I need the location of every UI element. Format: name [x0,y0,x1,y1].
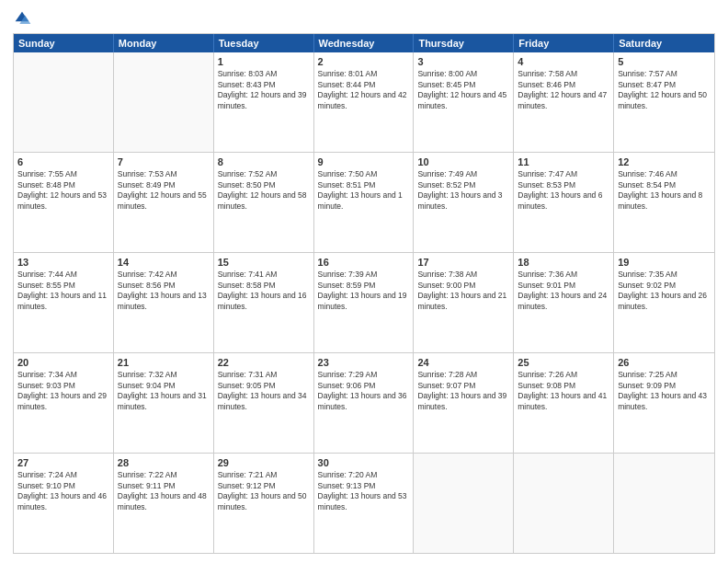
calendar-cell: 1Sunrise: 8:03 AM Sunset: 8:43 PM Daylig… [214,52,314,152]
calendar-cell: 25Sunrise: 7:26 AM Sunset: 9:08 PM Dayli… [514,353,614,453]
calendar-cell: 17Sunrise: 7:38 AM Sunset: 9:00 PM Dayli… [414,253,514,352]
calendar-cell: 23Sunrise: 7:29 AM Sunset: 9:06 PM Dayli… [314,353,415,453]
cell-text: Sunrise: 7:49 AM Sunset: 8:52 PM Dayligh… [417,169,509,212]
page: SundayMondayTuesdayWednesdayThursdayFrid… [0,0,728,563]
day-number: 1 [218,55,310,68]
day-number: 23 [318,356,410,369]
cell-text: Sunrise: 7:35 AM Sunset: 9:02 PM Dayligh… [618,270,711,312]
day-number: 27 [17,456,109,469]
cell-text: Sunrise: 7:31 AM Sunset: 9:05 PM Dayligh… [218,370,310,412]
cell-text: Sunrise: 7:29 AM Sunset: 9:06 PM Dayligh… [318,370,410,412]
weekday-header: Wednesday [314,34,415,52]
logo [13,9,35,28]
weekday-header: Thursday [414,34,514,52]
calendar: SundayMondayTuesdayWednesdayThursdayFrid… [13,33,715,554]
calendar-cell: 24Sunrise: 7:28 AM Sunset: 9:07 PM Dayli… [414,353,514,453]
calendar-cell: 6Sunrise: 7:55 AM Sunset: 8:48 PM Daylig… [14,153,114,252]
calendar-cell: 30Sunrise: 7:20 AM Sunset: 9:13 PM Dayli… [314,454,415,553]
calendar-cell: 8Sunrise: 7:52 AM Sunset: 8:50 PM Daylig… [214,153,314,252]
calendar-cell: 19Sunrise: 7:35 AM Sunset: 9:02 PM Dayli… [614,253,714,352]
cell-text: Sunrise: 7:36 AM Sunset: 9:01 PM Dayligh… [518,270,609,312]
day-number: 12 [618,155,711,168]
calendar-cell: 12Sunrise: 7:46 AM Sunset: 8:54 PM Dayli… [614,153,714,252]
calendar-cell [114,52,214,152]
day-number: 22 [218,356,310,369]
weekday-header: Friday [514,34,614,52]
cell-text: Sunrise: 7:39 AM Sunset: 8:59 PM Dayligh… [318,270,410,312]
calendar-cell: 16Sunrise: 7:39 AM Sunset: 8:59 PM Dayli… [314,253,415,352]
day-number: 17 [417,256,509,269]
calendar-row: 1Sunrise: 8:03 AM Sunset: 8:43 PM Daylig… [14,52,714,152]
cell-text: Sunrise: 7:32 AM Sunset: 9:04 PM Dayligh… [118,370,210,412]
cell-text: Sunrise: 7:28 AM Sunset: 9:07 PM Dayligh… [417,370,509,412]
calendar-cell: 7Sunrise: 7:53 AM Sunset: 8:49 PM Daylig… [114,153,214,252]
day-number: 29 [218,456,310,469]
day-number: 28 [118,456,210,469]
day-number: 30 [318,456,410,469]
cell-text: Sunrise: 7:44 AM Sunset: 8:55 PM Dayligh… [17,270,109,312]
cell-text: Sunrise: 7:47 AM Sunset: 8:53 PM Dayligh… [518,169,609,212]
day-number: 13 [17,256,109,269]
cell-text: Sunrise: 8:01 AM Sunset: 8:44 PM Dayligh… [318,69,410,111]
cell-text: Sunrise: 7:34 AM Sunset: 9:03 PM Dayligh… [17,370,109,412]
calendar-row: 6Sunrise: 7:55 AM Sunset: 8:48 PM Daylig… [14,152,714,252]
day-number: 6 [17,155,109,168]
calendar-cell: 2Sunrise: 8:01 AM Sunset: 8:44 PM Daylig… [314,52,415,152]
cell-text: Sunrise: 7:55 AM Sunset: 8:48 PM Dayligh… [17,169,109,212]
weekday-header: Tuesday [214,34,314,52]
calendar-cell: 4Sunrise: 7:58 AM Sunset: 8:46 PM Daylig… [514,52,614,152]
cell-text: Sunrise: 7:38 AM Sunset: 9:00 PM Dayligh… [417,270,509,312]
day-number: 4 [518,55,609,68]
day-number: 9 [318,155,410,168]
day-number: 18 [518,256,609,269]
calendar-cell: 20Sunrise: 7:34 AM Sunset: 9:03 PM Dayli… [14,353,114,453]
day-number: 5 [618,55,711,68]
calendar-cell: 29Sunrise: 7:21 AM Sunset: 9:12 PM Dayli… [214,454,314,553]
calendar-cell [414,454,514,553]
cell-text: Sunrise: 7:26 AM Sunset: 9:08 PM Dayligh… [518,370,609,412]
calendar-cell: 21Sunrise: 7:32 AM Sunset: 9:04 PM Dayli… [114,353,214,453]
cell-text: Sunrise: 7:52 AM Sunset: 8:50 PM Dayligh… [218,169,310,212]
calendar-cell: 13Sunrise: 7:44 AM Sunset: 8:55 PM Dayli… [14,253,114,352]
cell-text: Sunrise: 7:21 AM Sunset: 9:12 PM Dayligh… [218,470,310,512]
day-number: 20 [17,356,109,369]
calendar-row: 20Sunrise: 7:34 AM Sunset: 9:03 PM Dayli… [14,352,714,453]
calendar-row: 13Sunrise: 7:44 AM Sunset: 8:55 PM Dayli… [14,252,714,352]
day-number: 16 [318,256,410,269]
calendar-cell: 14Sunrise: 7:42 AM Sunset: 8:56 PM Dayli… [114,253,214,352]
calendar-cell: 18Sunrise: 7:36 AM Sunset: 9:01 PM Dayli… [514,253,614,352]
weekday-header: Saturday [614,34,714,52]
calendar-row: 27Sunrise: 7:24 AM Sunset: 9:10 PM Dayli… [14,453,714,553]
cell-text: Sunrise: 7:53 AM Sunset: 8:49 PM Dayligh… [118,169,210,212]
calendar-cell: 22Sunrise: 7:31 AM Sunset: 9:05 PM Dayli… [214,353,314,453]
cell-text: Sunrise: 7:50 AM Sunset: 8:51 PM Dayligh… [318,169,410,212]
cell-text: Sunrise: 8:00 AM Sunset: 8:45 PM Dayligh… [417,69,509,111]
day-number: 8 [218,155,310,168]
day-number: 14 [118,256,210,269]
day-number: 2 [318,55,410,68]
calendar-header: SundayMondayTuesdayWednesdayThursdayFrid… [14,34,714,52]
day-number: 26 [618,356,711,369]
day-number: 3 [417,55,509,68]
cell-text: Sunrise: 7:41 AM Sunset: 8:58 PM Dayligh… [218,270,310,312]
cell-text: Sunrise: 8:03 AM Sunset: 8:43 PM Dayligh… [218,69,310,111]
calendar-cell [514,454,614,553]
calendar-cell: 11Sunrise: 7:47 AM Sunset: 8:53 PM Dayli… [514,153,614,252]
day-number: 24 [417,356,509,369]
calendar-cell: 9Sunrise: 7:50 AM Sunset: 8:51 PM Daylig… [314,153,415,252]
cell-text: Sunrise: 7:58 AM Sunset: 8:46 PM Dayligh… [518,69,609,111]
calendar-body: 1Sunrise: 8:03 AM Sunset: 8:43 PM Daylig… [14,52,714,553]
calendar-cell: 26Sunrise: 7:25 AM Sunset: 9:09 PM Dayli… [614,353,714,453]
day-number: 21 [118,356,210,369]
day-number: 19 [618,256,711,269]
calendar-cell: 28Sunrise: 7:22 AM Sunset: 9:11 PM Dayli… [114,454,214,553]
cell-text: Sunrise: 7:46 AM Sunset: 8:54 PM Dayligh… [618,169,711,212]
logo-icon [13,9,31,28]
cell-text: Sunrise: 7:20 AM Sunset: 9:13 PM Dayligh… [318,470,410,512]
day-number: 7 [118,155,210,168]
weekday-header: Sunday [14,34,114,52]
cell-text: Sunrise: 7:24 AM Sunset: 9:10 PM Dayligh… [17,470,109,512]
calendar-cell: 10Sunrise: 7:49 AM Sunset: 8:52 PM Dayli… [414,153,514,252]
cell-text: Sunrise: 7:25 AM Sunset: 9:09 PM Dayligh… [618,370,711,412]
calendar-cell [14,52,114,152]
